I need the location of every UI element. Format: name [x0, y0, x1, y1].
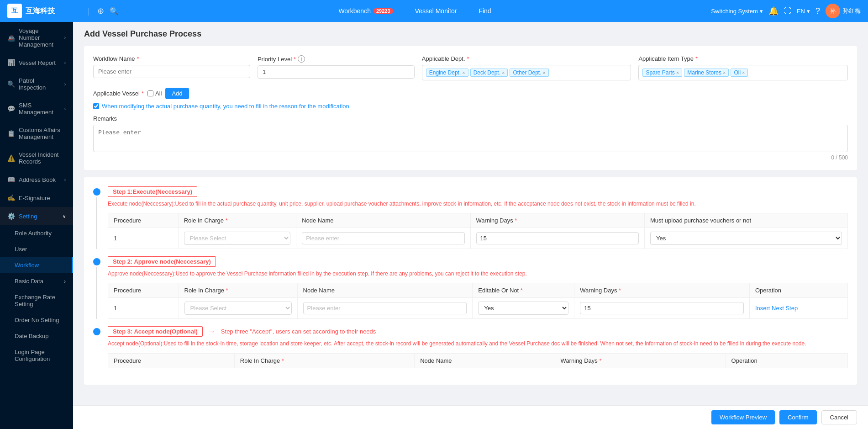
- applicable-item-tags[interactable]: Spare Parts × Marine Stores × Oil ×: [638, 65, 848, 80]
- sidebar-arrow-setting: ∨: [63, 214, 66, 219]
- confirm-button[interactable]: Confirm: [779, 410, 817, 424]
- step2-dot-col: [93, 256, 100, 319]
- dept-tag-other-close[interactable]: ×: [543, 70, 546, 75]
- step2-dot: [93, 258, 100, 265]
- item-tag-spare: Spare Parts ×: [642, 69, 682, 77]
- dept-tag-engine-close[interactable]: ×: [462, 70, 465, 75]
- applicable-dept-label: Applicable Dept. *: [422, 55, 631, 62]
- step1-role-select[interactable]: Please Select: [184, 232, 291, 245]
- step1-col-role: Role In Charge *: [178, 213, 296, 228]
- fullscreen-icon[interactable]: ⛶: [784, 7, 791, 15]
- step2-editable-select[interactable]: Yes No: [478, 302, 568, 315]
- step3-desc: Accept node(Optional):Used to fill in th…: [108, 339, 848, 348]
- all-vessels-checkbox[interactable]: [147, 90, 153, 96]
- sidebar-sub-item-exchange-rate[interactable]: Exchange Rate Setting: [0, 289, 73, 312]
- sidebar-item-customs[interactable]: 📋 Customs Affairs Management: [0, 121, 73, 146]
- dept-tag-deck-close[interactable]: ×: [502, 70, 505, 75]
- step3-col-operation: Operation: [726, 353, 847, 368]
- step2-role-select[interactable]: Please Select: [184, 302, 292, 315]
- sidebar-sub-item-login-page[interactable]: Login Page Configuration: [0, 344, 73, 367]
- item-tag-oil-close[interactable]: ×: [742, 70, 745, 75]
- step3-content: Step 3: Accept node(Optional) → Step thr…: [108, 326, 848, 368]
- step1-dot: [93, 188, 100, 196]
- step2-content: Step 2: Approve node(Neccessary) Approve…: [108, 256, 848, 319]
- step1-warning-input[interactable]: [476, 232, 639, 244]
- language-dropdown-icon: ▾: [807, 8, 810, 15]
- nav-plus-icon[interactable]: ⊕: [97, 6, 104, 16]
- step1-cell-must-upload[interactable]: Yes No: [645, 228, 848, 249]
- sidebar-sub-item-date-backup[interactable]: Date Backup: [0, 328, 73, 344]
- applicable-vessel-label: Applicable Vessel *: [93, 90, 144, 97]
- sidebar-item-vessel-report[interactable]: 📊 Vessel Report ›: [0, 53, 73, 72]
- help-icon[interactable]: ?: [815, 6, 820, 16]
- modify-checkbox[interactable]: [93, 103, 99, 109]
- cancel-button[interactable]: Cancel: [821, 410, 857, 424]
- app-logo: 互 互海科技: [7, 4, 80, 18]
- dept-required: *: [467, 55, 469, 62]
- step1-cell-role[interactable]: Please Select: [178, 228, 296, 249]
- all-vessels-checkbox-label[interactable]: All: [147, 90, 162, 97]
- priority-info-icon[interactable]: i: [298, 55, 305, 63]
- sidebar-item-incident[interactable]: ⚠️ Vessel Incident Records: [0, 146, 73, 170]
- sidebar-sub-item-role-authority[interactable]: Role Authority: [0, 225, 73, 241]
- bottom-toolbar: Workflow Preview Confirm Cancel: [73, 405, 868, 429]
- step2-warning-input[interactable]: [580, 302, 744, 314]
- sidebar-sub-item-user[interactable]: User: [0, 241, 73, 257]
- find-link[interactable]: Find: [475, 5, 494, 16]
- all-label: All: [155, 90, 162, 97]
- step1-cell-procedure: 1: [108, 228, 179, 249]
- step3-arrow: →: [208, 328, 216, 336]
- sidebar-item-sms[interactable]: 💬 SMS Management ›: [0, 96, 73, 121]
- step1-cell-warning[interactable]: [470, 228, 644, 249]
- sidebar-item-voyage[interactable]: 🚢 Voyage Number Management ›: [0, 22, 73, 53]
- step2-cell-operation[interactable]: Insert Next Step: [749, 298, 847, 319]
- item-tag-marine-close[interactable]: ×: [723, 70, 726, 75]
- step1-upload-select[interactable]: Yes No: [650, 232, 842, 245]
- bell-icon[interactable]: 🔔: [768, 6, 779, 16]
- workflow-preview-button[interactable]: Workflow Preview: [711, 410, 775, 424]
- sidebar-item-sms-label: SMS Management: [19, 102, 61, 116]
- priority-level-group: Priority Level * i: [258, 55, 415, 79]
- remarks-textarea[interactable]: [93, 125, 848, 152]
- language-button[interactable]: EN ▾: [797, 8, 810, 15]
- add-vessel-button[interactable]: Add: [165, 88, 189, 99]
- applicable-item-type-group: Applicable Item Type * Spare Parts × Mar…: [638, 55, 848, 80]
- step2-node-input[interactable]: [303, 302, 467, 314]
- switching-system-button[interactable]: Switching System ▾: [711, 8, 763, 15]
- sidebar-arrow-sms: ›: [64, 106, 66, 111]
- step1-col-node: Node Name: [296, 213, 470, 228]
- vessel-monitor-label: Vessel Monitor: [415, 7, 457, 15]
- sidebar-sub-item-workflow[interactable]: Workflow: [0, 257, 73, 273]
- sidebar-item-address[interactable]: 📖 Address Book ›: [0, 170, 73, 189]
- step2-desc: Approve node(Neccessary):Used to approve…: [108, 270, 848, 278]
- step1-content: Step 1:Execute(Neccessary) Execute node(…: [108, 186, 848, 249]
- vessel-monitor-link[interactable]: Vessel Monitor: [411, 5, 461, 16]
- step2-cell-warning[interactable]: [574, 298, 750, 319]
- step1-container: Step 1:Execute(Neccessary) Execute node(…: [93, 186, 848, 249]
- step3-dot: [93, 328, 100, 335]
- step1-cell-node[interactable]: [296, 228, 470, 249]
- item-tag-spare-close[interactable]: ×: [676, 70, 679, 75]
- step2-cell-editable[interactable]: Yes No: [473, 298, 574, 319]
- insert-next-step-link[interactable]: Insert Next Step: [755, 305, 798, 312]
- workbench-link[interactable]: Workbench 29223: [335, 5, 396, 16]
- sidebar-item-setting[interactable]: ⚙️ Setting ∨: [0, 207, 73, 225]
- workbench-label: Workbench: [338, 7, 371, 15]
- sidebar-sub-item-basic-data[interactable]: Basic Data ›: [0, 273, 73, 289]
- step1-col-must-upload: Must upload purchase vouchers or not: [645, 213, 848, 228]
- step1-node-input[interactable]: [302, 232, 464, 244]
- user-profile[interactable]: 孙 孙红梅: [826, 4, 861, 18]
- sidebar-item-patrol[interactable]: 🔍 Patrol Inspection ›: [0, 72, 73, 96]
- step3-title: Step 3: Accept node(Optional): [108, 326, 203, 337]
- sidebar-sub-label-basic-data: Basic Data: [15, 278, 43, 285]
- sidebar-item-esignature[interactable]: ✍️ E-Signature: [0, 189, 73, 207]
- step2-cell-role[interactable]: Please Select: [179, 298, 297, 319]
- step1-header: Step 1:Execute(Neccessary): [108, 186, 848, 197]
- nav-search-icon[interactable]: 🔍: [110, 7, 119, 16]
- step2-cell-node[interactable]: [297, 298, 473, 319]
- priority-level-input[interactable]: [258, 65, 415, 79]
- sidebar-sub-item-order-no[interactable]: Order No Setting: [0, 312, 73, 328]
- applicable-dept-tags[interactable]: Engine Dept. × Deck Dept. × Other Dept. …: [422, 65, 631, 80]
- sidebar-sub-arrow-basic-data: ›: [64, 278, 66, 285]
- workflow-name-input[interactable]: [93, 65, 250, 78]
